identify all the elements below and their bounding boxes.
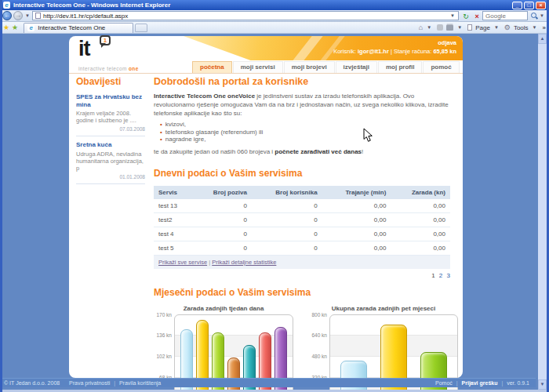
chart-title: Zarada zadnjih tjedan dana (154, 305, 293, 312)
news-title-link[interactable]: Sretna kuća (76, 141, 145, 149)
detailed-stats-link[interactable]: Prikaži detaljne statistike (212, 259, 276, 266)
user-status: Korisnik: igor@it1.hr | Stanje računa: 6… (333, 47, 456, 56)
favorites-star-icon[interactable]: ★ (3, 24, 9, 31)
page-menu[interactable]: Page (475, 24, 490, 31)
add-favorite-icon[interactable]: ★ (12, 24, 18, 31)
tools-menu[interactable]: Tools (514, 24, 529, 31)
nav-tab-moji-servisi[interactable]: moji servisi (233, 61, 283, 73)
search-input[interactable] (485, 13, 525, 20)
tab-title: Interactive Telecom One (38, 24, 105, 31)
nav-tab-moj-profil[interactable]: moj profil (378, 61, 422, 73)
terms-link[interactable]: Pravila korištenja (119, 380, 161, 386)
refresh-button[interactable]: ↻ (460, 11, 471, 20)
site-footer: © IT Jedan d.o.o. 2008 Prava privatnosti… (0, 378, 536, 387)
pagination: 1 2 3 (154, 272, 450, 279)
daily-services-table: Servis Broj poziva Broj korisnika Trajan… (154, 186, 450, 256)
table-header-row: Servis Broj poziva Broj korisnika Trajan… (154, 186, 450, 199)
report-error-link[interactable]: Prijavi grešku (462, 380, 498, 386)
search-dropdown-icon[interactable]: ▼ (540, 13, 544, 18)
page-2[interactable]: 2 (439, 272, 442, 279)
help-link[interactable]: Pomoć (435, 380, 453, 386)
sidebar-title: Obavijesti (76, 76, 145, 87)
table-row: test 13000,000,00 (154, 199, 450, 213)
overflow-chevron-icon[interactable]: » (543, 24, 546, 31)
col-trajanje: Trajanje (min) (322, 186, 391, 199)
privacy-link[interactable]: Prava privatnosti (69, 380, 110, 386)
nav-tab-pocetna[interactable]: početna (192, 61, 232, 73)
site-page: odjava Korisnik: igor@it1.hr | Stanje ra… (69, 36, 463, 378)
list-item: nagradne igre, (160, 136, 450, 143)
news-title-link[interactable]: SPES za Hrvatsku bez mina (76, 93, 145, 108)
welcome-heading: Dobrodošli na portal za korisnike (154, 76, 450, 87)
close-button[interactable]: × (536, 2, 546, 9)
search-box[interactable] (482, 11, 528, 20)
list-item: kvizovi, (160, 121, 450, 129)
footer-right: Pomoć | Prijavi grešku | ver. 0.9.1 (435, 380, 529, 386)
print-dropdown-icon[interactable]: ▼ (457, 25, 462, 30)
back-button[interactable]: ← (2, 11, 12, 20)
forward-button[interactable]: → (13, 11, 23, 20)
table-row: test2000,000,00 (154, 212, 450, 227)
show-all-services-link[interactable]: Prikaži sve servise (158, 259, 207, 266)
feature-list: kvizovi, telefonsko glasanje (referendum… (160, 121, 450, 143)
url-field[interactable]: ▼ (32, 11, 459, 20)
news-sidebar: Obavijesti SPES za Hrvatsku bez mina Kra… (76, 76, 145, 189)
tools-gear-icon[interactable]: ⚙ (504, 24, 511, 31)
nav-tab-izvjestaji[interactable]: izvještaji (336, 61, 377, 73)
nav-tab-moji-brojevi[interactable]: moji brojevi (284, 61, 335, 73)
logout-link[interactable]: odjava (333, 38, 456, 47)
maximize-button[interactable]: □ (524, 2, 534, 9)
col-servis: Servis (154, 186, 192, 199)
address-bar: ← → ▼ ▼ ↻ × ▼ (0, 10, 549, 22)
news-date: 01.01.2008 (76, 174, 145, 180)
tab-favicon-icon: e (27, 24, 35, 31)
nav-tab-pomoc[interactable]: pomoć (423, 61, 459, 73)
tools-dropdown-icon[interactable]: ▼ (533, 25, 537, 30)
table-row: test 5000,000,00 (154, 241, 450, 255)
monthly-heading: Mjesečni podaci o Vašim servisima (154, 287, 450, 298)
user-email: igor@it1.hr (358, 48, 389, 55)
page-menu-icon[interactable] (467, 24, 472, 31)
site-logo[interactable]: it 1 (78, 37, 90, 61)
history-dropdown-icon[interactable]: ▼ (25, 13, 30, 18)
scroll-up-icon[interactable]: ▲ (538, 34, 547, 44)
tab-bar: ★ ★ e Interactive Telecom One ⌂ ▼ ▼ Page… (0, 22, 549, 34)
daily-heading: Dnevni podaci o Vašim servisima (154, 168, 450, 179)
header-banner: odjava Korisnik: igor@it1.hr | Stanje ra… (184, 36, 463, 60)
page-dropdown-icon[interactable]: ▼ (494, 25, 499, 30)
news-body: Udruga ADRA, nevladina humanitarna organ… (76, 151, 145, 172)
command-bar: ⌂ ▼ ▼ Page ▼ ⚙ Tools ▼ » (419, 24, 546, 31)
search-magnifier-icon[interactable] (529, 11, 539, 20)
main-content: Dobrodošli na portal za korisnike Intera… (154, 76, 450, 392)
news-date: 07.03.2008 (76, 126, 145, 132)
home-dropdown-icon[interactable]: ▼ (427, 25, 431, 30)
print-icon[interactable] (446, 25, 453, 31)
mouse-cursor (363, 128, 373, 143)
window-title: Interactive Telecom One - Windows Intern… (13, 2, 170, 9)
news-body: Krajem veljače 2008. godine i službeno j… (76, 110, 145, 124)
scroll-down-icon[interactable]: ▼ (538, 379, 547, 390)
logo-bubble: 1 (100, 35, 111, 45)
page-3[interactable]: 3 (447, 272, 450, 279)
ie-logo-icon: e (3, 2, 10, 9)
feeds-icon[interactable] (437, 24, 443, 31)
page-viewport: ▲ ▼ odjava Korisnik: igor@it1.hr | Stanj… (0, 34, 549, 390)
table-links-row: Prikaži sve servise | Prikaži detaljne s… (154, 256, 450, 269)
url-dropdown-icon[interactable]: ▼ (449, 13, 456, 18)
new-tab-button[interactable] (135, 24, 147, 32)
page-1[interactable]: 1 (431, 272, 434, 279)
col-broj-korisnika: Broj korisnika (252, 186, 322, 199)
news-item: SPES za Hrvatsku bez mina Krajem veljače… (76, 93, 145, 136)
browser-window: { "window": { "title": "Interactive Tele… (0, 0, 549, 392)
vertical-scrollbar[interactable]: ▲ ▼ (538, 34, 547, 390)
url-input[interactable] (43, 13, 449, 20)
copyright: © IT Jedan d.o.o. 2008 (4, 380, 60, 386)
account-balance: 65,85 kn (433, 48, 456, 55)
footer-left: © IT Jedan d.o.o. 2008 Prava privatnosti… (4, 380, 161, 386)
minimize-button[interactable]: _ (512, 2, 522, 9)
stop-button[interactable]: × (471, 11, 482, 20)
news-item: Sretna kuća Udruga ADRA, nevladina human… (76, 141, 145, 184)
browser-tab[interactable]: e Interactive Telecom One (24, 23, 133, 33)
home-icon[interactable]: ⌂ (419, 24, 423, 31)
col-zarada: Zarada (kn) (391, 186, 450, 199)
